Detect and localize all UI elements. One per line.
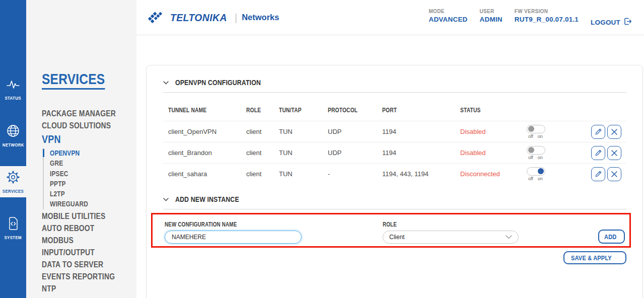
menu-item-events-reporting[interactable]: EVENTS REPORTING	[42, 271, 136, 283]
gear-icon	[6, 170, 20, 186]
role-group: ROLE Client	[383, 221, 519, 244]
row-actions	[591, 146, 621, 160]
add-instance-form: NEW CONFIGURATION NAME ROLE Client ADD	[165, 221, 625, 244]
mode-label: MODE	[428, 9, 467, 14]
menu-item-data-to-server[interactable]: DATA TO SERVER	[42, 259, 136, 271]
sidebar-item-label: SYSTEM	[5, 235, 22, 240]
submenu-item-label: WIREGUARD	[50, 199, 88, 209]
col-port: PORT	[382, 107, 397, 114]
menu-item-cloud-solutions[interactable]: CLOUD SOLUTIONS	[42, 120, 136, 132]
menu-item-label: PACKAGE MANAGER	[42, 108, 116, 120]
submenu-item-pptp[interactable]: PPTP	[50, 179, 136, 189]
toggle-cell: offon	[527, 125, 591, 139]
menu-item-modbus[interactable]: MODBUS	[42, 235, 136, 247]
toggle-knob	[528, 126, 534, 132]
submenu-item-l2tp[interactable]: L2TP	[50, 189, 136, 199]
mode-value[interactable]: ADVANCED	[428, 16, 467, 23]
col-tun-tap: TUN/TAP	[279, 107, 302, 114]
toggle-on-label: on	[538, 134, 543, 139]
table-row: client_Brandon client TUN UDP 1194 Disab…	[163, 142, 626, 163]
teltonika-logo[interactable]: TELTONIKA | Networks	[148, 9, 279, 26]
col-protocol: PROTOCOL	[328, 107, 357, 114]
openvpn-configuration-section-header[interactable]: OPENVPN CONFIGURATION	[163, 78, 626, 87]
add-button[interactable]: ADD	[598, 230, 625, 244]
toggle-labels: offon	[527, 155, 543, 160]
user-value[interactable]: ADMIN	[480, 16, 503, 23]
row-actions	[591, 167, 621, 181]
toggle-off-label: off	[528, 134, 533, 139]
menu-item-package-manager[interactable]: PACKAGE MANAGER	[42, 108, 136, 120]
cell-tunnel-name: client_sahara	[168, 170, 246, 178]
services-menu: SERVICES PACKAGE MANAGER CLOUD SOLUTIONS…	[26, 0, 136, 298]
new-configuration-name-input[interactable]	[165, 231, 302, 244]
delete-button[interactable]	[607, 146, 621, 160]
submenu-item-gre[interactable]: GRE	[50, 158, 136, 168]
submenu-item-label: OPENVPN	[50, 148, 80, 158]
sidebar-item-label: STATUS	[5, 96, 21, 101]
submenu-item-label: PPTP	[50, 179, 66, 189]
chevron-down-icon	[506, 234, 512, 241]
sidebar-item-services[interactable]: SERVICES	[0, 166, 26, 197]
submenu-item-label: L2TP	[50, 189, 65, 199]
new-configuration-name-group: NEW CONFIGURATION NAME	[165, 221, 302, 244]
toggle-off-label: off	[528, 176, 533, 181]
delete-button[interactable]	[607, 167, 621, 181]
toggle-labels: offon	[527, 176, 543, 181]
delete-button[interactable]	[607, 125, 621, 139]
menu-item-vpn[interactable]: VPN	[42, 132, 136, 147]
col-role: ROLE	[246, 107, 261, 114]
teltonika-logo-icon	[148, 9, 166, 26]
fw-version-label: FW VERSION	[515, 9, 579, 14]
brand-suffix: Networks	[242, 13, 279, 22]
enable-toggle[interactable]	[527, 146, 545, 155]
edit-button[interactable]	[591, 125, 605, 139]
submenu-item-ipsec[interactable]: IPSEC	[50, 169, 136, 179]
cell-role: client	[246, 170, 279, 178]
sidebar-item-network[interactable]: NETWORK	[0, 120, 26, 151]
cell-tun-tap: TUN	[279, 170, 328, 178]
toggle-on-label: on	[538, 155, 543, 160]
menu-item-label: VPN	[42, 132, 61, 147]
logout-button[interactable]: LOGOUT	[591, 17, 632, 27]
toggle-off-label: off	[528, 155, 533, 160]
menu-item-label: MODBUS	[42, 235, 74, 247]
pulse-icon	[6, 78, 20, 93]
col-tunnel-name: TUNNEL NAME	[168, 107, 206, 114]
add-new-instance-section-header[interactable]: ADD NEW INSTANCE	[163, 194, 626, 203]
cell-protocol: -	[328, 170, 382, 178]
save-apply-button[interactable]: SAVE & APPLY	[563, 251, 626, 264]
status-badge: Disabled	[460, 128, 527, 135]
toggle-on-label: on	[538, 176, 543, 181]
section-divider	[163, 209, 626, 209]
cell-protocol: UDP	[328, 149, 382, 157]
brand-name: TELTONIKA	[170, 12, 227, 24]
edit-button[interactable]	[591, 167, 605, 181]
menu-item-mobile-utilities[interactable]: MOBILE UTILITIES	[42, 210, 136, 222]
sidebar-item-label: SERVICES	[3, 189, 24, 194]
submenu-item-label: IPSEC	[50, 169, 68, 179]
menu-item-label: EVENTS REPORTING	[42, 271, 115, 283]
top-header: TELTONIKA | Networks MODE ADVANCED USER …	[136, 0, 644, 35]
menu-item-label: NTP	[42, 283, 56, 295]
menu-item-input-output[interactable]: INPUT/OUTPUT	[42, 247, 136, 259]
sidebar-item-system[interactable]: SYSTEM	[0, 212, 26, 244]
chevron-down-icon	[163, 78, 169, 87]
submenu-item-wireguard[interactable]: WIREGUARD	[50, 199, 136, 209]
cell-role: client	[246, 128, 279, 135]
menu-title-services[interactable]: SERVICES	[42, 70, 105, 90]
brand-separator: |	[235, 12, 237, 24]
logout-label: LOGOUT	[591, 19, 620, 26]
edit-button[interactable]	[591, 146, 605, 160]
enable-toggle[interactable]	[527, 167, 545, 176]
toggle-knob	[528, 147, 534, 153]
menu-item-ntp[interactable]: NTP	[42, 283, 136, 295]
enable-toggle[interactable]	[527, 125, 545, 133]
sidebar-item-status[interactable]: STATUS	[0, 73, 26, 105]
section-title: OPENVPN CONFIGURATION	[175, 78, 261, 87]
submenu-item-openvpn[interactable]: OPENVPN	[50, 148, 136, 158]
role-select[interactable]: Client	[383, 231, 519, 244]
menu-item-auto-reboot[interactable]: AUTO REBOOT	[42, 222, 136, 235]
cell-tunnel-name: client_Brandon	[168, 149, 246, 157]
cell-port: 1194	[382, 128, 460, 135]
table-row: client_sahara client TUN - 1194, 443, 11…	[163, 163, 626, 184]
